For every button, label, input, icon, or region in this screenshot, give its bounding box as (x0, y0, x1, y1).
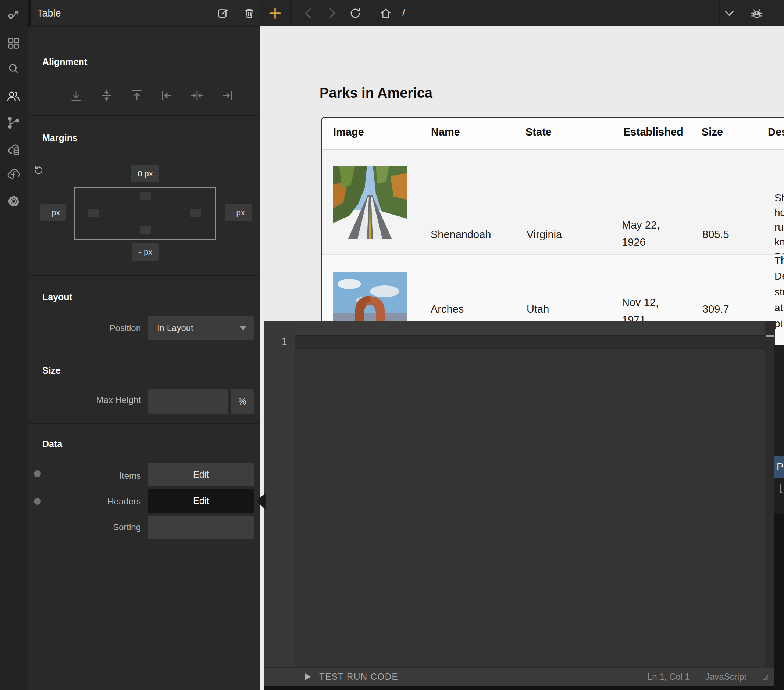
gear-icon[interactable] (6, 194, 21, 209)
line-number: 1 (264, 335, 287, 348)
max-height-unit: % (231, 389, 254, 414)
margin-left-input[interactable]: - px (40, 204, 66, 221)
home-button[interactable] (379, 6, 393, 20)
cell-name: Arches (431, 301, 464, 317)
resize-handle-icon[interactable] (761, 673, 769, 681)
align-center-vertical-icon[interactable] (100, 89, 114, 102)
nav-back-button[interactable] (301, 6, 316, 20)
component-title: Table (37, 8, 61, 19)
add-component-button[interactable] (268, 6, 282, 20)
align-top-icon[interactable] (130, 89, 144, 102)
position-select[interactable]: In Layout (148, 316, 254, 340)
bug-icon[interactable] (750, 6, 764, 20)
edit-icon[interactable] (216, 6, 230, 20)
status-right: Ln 1, Col 1 JavaScript (647, 672, 774, 682)
cell-state: Utah (527, 301, 549, 317)
position-label: Position (51, 323, 141, 333)
shenandoah-photo (333, 166, 407, 239)
highlighted-list-item[interactable]: Pa (774, 455, 784, 478)
divider (28, 423, 260, 424)
column-header-size: Size (702, 126, 723, 138)
cell-state: Virginia (527, 226, 562, 243)
editor-scrollbar-track[interactable] (765, 322, 775, 667)
column-header-image: Image (333, 126, 364, 138)
headers-edit-button[interactable]: Edit (148, 490, 254, 513)
margin-right-input[interactable]: - px (225, 204, 252, 221)
divider (719, 0, 720, 26)
cloud-function-icon[interactable] (6, 167, 21, 182)
cell-size: 805.5 (702, 226, 729, 243)
cell-name: Shenandoah (431, 226, 491, 243)
branch-icon[interactable] (6, 115, 21, 130)
grid-icon[interactable] (6, 36, 21, 51)
play-icon[interactable] (303, 672, 313, 682)
popover-arrow (257, 493, 265, 509)
trash-icon[interactable] (242, 6, 256, 20)
table-header-row: Image Name State Established Size Descri… (322, 118, 784, 150)
refresh-button[interactable] (348, 6, 362, 20)
divider (28, 275, 260, 276)
items-edit-button[interactable]: Edit (148, 463, 254, 486)
items-binding-dot (34, 470, 41, 477)
page-title: Parks in America (320, 85, 432, 101)
table-row: Shenandoah Virginia May 22, 1926 805.5 S… (322, 150, 784, 254)
column-header-state: State (525, 126, 552, 138)
column-header-description: Description (768, 126, 784, 138)
size-section-label: Size (42, 365, 61, 376)
backdrop-bottom-strip (264, 685, 784, 690)
cell-established: May 22, 1926 (622, 217, 660, 251)
editor-scrollbar-thumb[interactable] (766, 335, 774, 337)
divider (28, 0, 31, 26)
test-run-code-button[interactable]: TEST RUN CODE (319, 672, 398, 682)
column-header-established: Established (623, 126, 683, 138)
max-height-input[interactable] (148, 389, 228, 414)
search-icon[interactable] (6, 62, 21, 76)
margins-preview-box (74, 187, 216, 240)
divider (744, 0, 744, 26)
sorting-edit-button[interactable] (148, 516, 254, 539)
margin-bottom-input[interactable]: - px (132, 243, 159, 261)
editor-top-padding (264, 322, 774, 335)
nav-rail (0, 0, 28, 690)
divider (28, 115, 260, 116)
margins-section-label: Margins (42, 133, 77, 143)
chevron-down-icon[interactable] (722, 6, 736, 20)
chevron-down-icon (240, 326, 246, 330)
divider (290, 0, 290, 26)
cell-size: 309.7 (702, 301, 729, 317)
margin-handle-left (88, 209, 99, 217)
panel-lower-area (774, 514, 784, 690)
alignment-section-label: Alignment (42, 57, 87, 67)
margin-handle-top (140, 192, 151, 200)
panel-header: Table (28, 0, 260, 27)
divider (28, 349, 260, 350)
margin-handle-right (190, 209, 201, 217)
flow-logo-icon[interactable] (6, 8, 21, 23)
breadcrumb-path: / (402, 7, 405, 19)
margin-top-input[interactable]: 0 px (131, 165, 159, 182)
data-section-label: Data (42, 439, 62, 449)
align-left-icon[interactable] (160, 89, 174, 102)
headers-binding-dot (34, 498, 41, 505)
editor-gutter (264, 322, 295, 667)
reset-icon[interactable] (33, 164, 44, 176)
editor-status-bar: TEST RUN CODE Ln 1, Col 1 JavaScript (264, 667, 774, 685)
app-builder-window: Parks in America Image Name State Establ… (0, 0, 784, 690)
align-bottom-icon[interactable] (69, 89, 83, 102)
cell-description: Thi Del stru at pi (774, 252, 784, 332)
align-right-icon[interactable] (220, 89, 234, 102)
code-editor-panel: 1 TEST RUN CODE Ln 1, Col 1 JavaScript (264, 322, 774, 685)
cloud-database-icon[interactable] (6, 143, 21, 157)
properties-panel: Table Alignment Margin (28, 0, 260, 690)
layout-section-label: Layout (42, 292, 72, 302)
state-browser-panel: Pa [ (774, 345, 784, 690)
headers-label: Headers (51, 496, 141, 507)
top-toolbar: / (260, 0, 784, 26)
sorting-label: Sorting (51, 522, 141, 532)
max-height-label: Max Height (51, 395, 141, 405)
users-icon[interactable] (6, 89, 21, 104)
align-center-horizontal-icon[interactable] (190, 89, 204, 102)
cursor-position: Ln 1, Col 1 (647, 672, 690, 682)
nav-forward-button[interactable] (325, 6, 339, 20)
code-input[interactable] (299, 335, 763, 348)
